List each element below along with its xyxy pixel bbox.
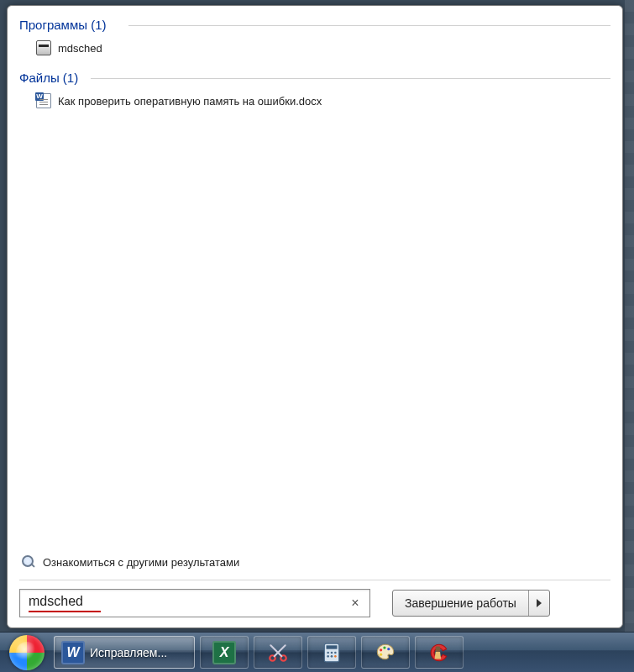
shutdown-button[interactable]: Завершение работы xyxy=(393,591,529,616)
svg-point-13 xyxy=(380,653,382,655)
windows-orb-icon xyxy=(9,635,45,670)
paint-palette-icon xyxy=(374,641,397,664)
docx-icon xyxy=(36,93,51,108)
taskbar-item-calculator[interactable] xyxy=(307,636,356,669)
group-label: Файлы xyxy=(19,71,60,85)
svg-point-8 xyxy=(331,655,333,658)
svg-point-12 xyxy=(387,648,390,650)
taskbar-item-word[interactable]: W Исправляем... xyxy=(54,636,195,669)
search-box[interactable]: × xyxy=(19,589,370,617)
svg-point-10 xyxy=(380,648,382,651)
search-icon xyxy=(21,554,36,570)
svg-rect-3 xyxy=(327,645,338,648)
divider-line xyxy=(128,25,610,26)
memory-diagnostic-icon xyxy=(36,40,51,55)
group-count: 1 xyxy=(67,71,74,85)
group-header-programs: Программы (1) xyxy=(19,18,610,32)
svg-point-5 xyxy=(331,651,333,654)
group-count: 1 xyxy=(95,18,102,32)
clear-search-icon[interactable]: × xyxy=(348,596,363,611)
ccleaner-icon xyxy=(427,641,451,664)
start-menu-panel: Программы (1) mdsched Файлы (1) Как пров… xyxy=(7,5,623,628)
taskbar-item-ccleaner[interactable] xyxy=(415,636,464,669)
taskbar-item-paint[interactable] xyxy=(361,636,410,669)
right-edge-decoration xyxy=(625,0,634,632)
start-menu-bottom-row: × Завершение работы xyxy=(19,589,610,617)
result-item-label: Как проверить оперативную память на ошиб… xyxy=(58,95,322,108)
svg-point-6 xyxy=(334,651,337,654)
group-label: Программы xyxy=(19,18,87,32)
group-header-files: Файлы (1) xyxy=(19,71,610,85)
svg-point-4 xyxy=(327,651,329,654)
shutdown-label: Завершение работы xyxy=(405,596,516,610)
shutdown-options-button[interactable] xyxy=(529,591,549,616)
taskbar-item-snipping-tool[interactable] xyxy=(254,636,302,669)
divider-line xyxy=(91,78,610,79)
calculator-icon xyxy=(320,641,343,664)
result-item-docx[interactable]: Как проверить оперативную память на ошиб… xyxy=(19,90,610,112)
svg-point-7 xyxy=(327,655,329,658)
start-button[interactable] xyxy=(3,633,50,672)
svg-point-9 xyxy=(334,655,337,658)
word-icon: W xyxy=(61,641,85,664)
excel-icon: X xyxy=(212,641,236,664)
taskbar-item-label: Исправляем... xyxy=(90,646,167,659)
result-item-mdsched[interactable]: mdsched xyxy=(19,37,610,59)
more-results-label: Ознакомиться с другими результатами xyxy=(43,556,239,569)
chevron-right-icon xyxy=(537,599,542,607)
result-item-label: mdsched xyxy=(58,42,102,55)
see-more-results[interactable]: Ознакомиться с другими результатами xyxy=(19,549,610,578)
svg-rect-14 xyxy=(436,646,440,652)
search-results-area: Программы (1) mdsched Файлы (1) Как пров… xyxy=(19,14,610,549)
svg-point-11 xyxy=(383,646,385,648)
shutdown-split-button: Завершение работы xyxy=(392,590,550,617)
taskbar-item-excel[interactable]: X xyxy=(200,636,249,669)
taskbar: W Исправляем... X xyxy=(0,632,634,672)
scissors-icon xyxy=(266,641,290,664)
search-input[interactable] xyxy=(29,594,101,612)
divider xyxy=(19,580,610,580)
